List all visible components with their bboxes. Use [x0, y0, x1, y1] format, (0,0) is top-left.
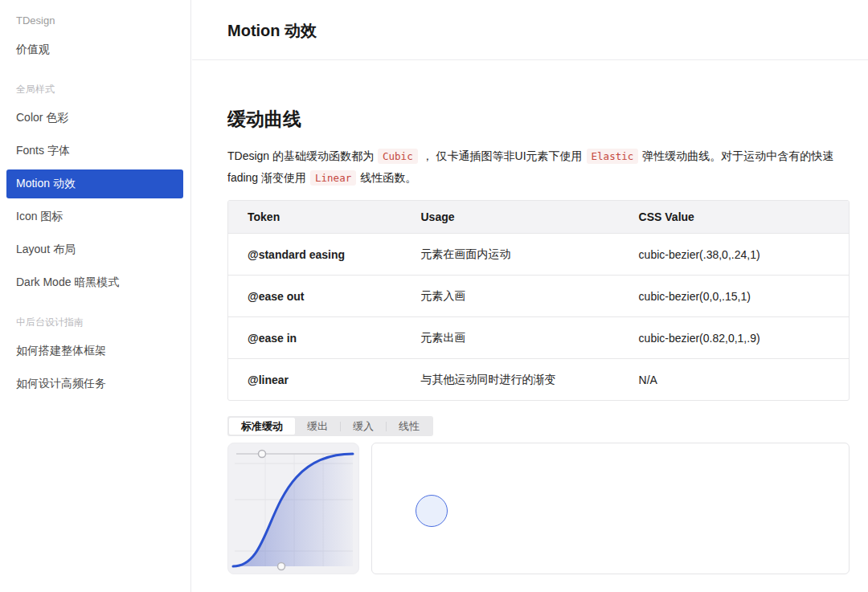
easing-token-table: Token Usage CSS Value @standard easing 元… — [227, 200, 850, 401]
table-row: @ease in 元素出画 cubic-bezier(0.82,0,1,.9) — [228, 316, 849, 358]
tab-standard-easing[interactable]: 标准缓动 — [229, 418, 295, 435]
curve-area-fill — [233, 454, 353, 566]
css-value-cell: N/A — [620, 358, 849, 400]
bezier-curve-svg — [228, 443, 358, 574]
token-linear: @linear — [228, 358, 401, 400]
sidebar: TDesign 价值观 全局样式 Color 色彩 Fonts 字体 Motio… — [0, 0, 191, 592]
sidebar-item-values[interactable]: 价值观 — [6, 35, 183, 64]
bezier-curve-editor — [227, 443, 359, 574]
sidebar-item-dark-mode[interactable]: Dark Mode 暗黑模式 — [6, 268, 183, 297]
code-chip-linear: Linear — [310, 170, 356, 186]
usage-cell: 与其他运动同时进行的渐变 — [401, 358, 619, 400]
intro-text: ， 仅卡通插图等非UI元素下使用 — [422, 149, 583, 162]
table-header-row: Token Usage CSS Value — [228, 201, 849, 233]
css-value-cell: cubic-bezier(.38,0,.24,1) — [620, 233, 849, 275]
usage-cell: 元素入画 — [401, 275, 619, 316]
sidebar-section-admin-guide: 中后台设计指南 — [16, 314, 84, 330]
intro-text: TDesign 的基础缓动函数都为 — [227, 149, 374, 162]
sidebar-item-motion[interactable]: Motion 动效 — [6, 169, 183, 198]
section-title-easing-curve: 缓动曲线 — [227, 107, 850, 132]
sidebar-item-design-tasks[interactable]: 如何设计高频任务 — [6, 369, 183, 398]
usage-cell: 元素在画面内运动 — [401, 233, 619, 275]
bezier-handle-p1[interactable] — [278, 563, 285, 570]
token-ease-in: @ease in — [228, 316, 401, 358]
easing-demo-tabs: 标准缓动 缓出 缓入 线性 — [227, 416, 433, 436]
tab-ease-out[interactable]: 缓出 — [295, 418, 340, 435]
intro-paragraph: TDesign 的基础缓动函数都为Cubic， 仅卡通插图等非UI元素下使用El… — [227, 145, 850, 189]
column-header-usage: Usage — [401, 201, 619, 233]
token-ease-out: @ease out — [228, 275, 401, 316]
easing-demo — [227, 443, 850, 574]
page-title: Motion 动效 — [192, 0, 868, 42]
code-chip-elastic: Elastic — [587, 149, 639, 164]
intro-text: 线性函数。 — [360, 171, 416, 184]
tab-ease-in[interactable]: 缓入 — [341, 418, 386, 435]
sidebar-item-build-framework[interactable]: 如何搭建整体框架 — [6, 337, 183, 365]
sidebar-section-global-styles: 全局样式 — [16, 81, 55, 97]
sidebar-item-icon[interactable]: Icon 图标 — [6, 202, 183, 231]
sidebar-item-layout[interactable]: Layout 布局 — [6, 235, 183, 264]
bezier-handle-p2[interactable] — [259, 451, 266, 458]
table-row: @linear 与其他运动同时进行的渐变 N/A — [228, 358, 849, 400]
sidebar-logo: TDesign — [16, 14, 55, 27]
column-header-token: Token — [228, 201, 401, 233]
page-header: Motion 动效 — [192, 0, 868, 60]
token-standard-easing: @standard easing — [228, 233, 401, 275]
sidebar-item-color[interactable]: Color 色彩 — [6, 104, 183, 133]
usage-cell: 元素出画 — [401, 316, 619, 358]
animated-ball — [416, 495, 448, 527]
table-row: @standard easing 元素在画面内运动 cubic-bezier(.… — [228, 233, 849, 275]
table-row: @ease out 元素入画 cubic-bezier(0,0,.15,1) — [228, 275, 849, 316]
code-chip-cubic: Cubic — [378, 149, 418, 164]
animation-stage — [371, 443, 850, 574]
tab-linear[interactable]: 线性 — [387, 418, 432, 435]
column-header-css-value: CSS Value — [620, 201, 849, 233]
css-value-cell: cubic-bezier(0,0,.15,1) — [620, 275, 849, 316]
main-content: Motion 动效 缓动曲线 TDesign 的基础缓动函数都为Cubic， 仅… — [192, 0, 868, 592]
css-value-cell: cubic-bezier(0.82,0,1,.9) — [620, 316, 849, 358]
sidebar-item-fonts[interactable]: Fonts 字体 — [6, 137, 183, 165]
